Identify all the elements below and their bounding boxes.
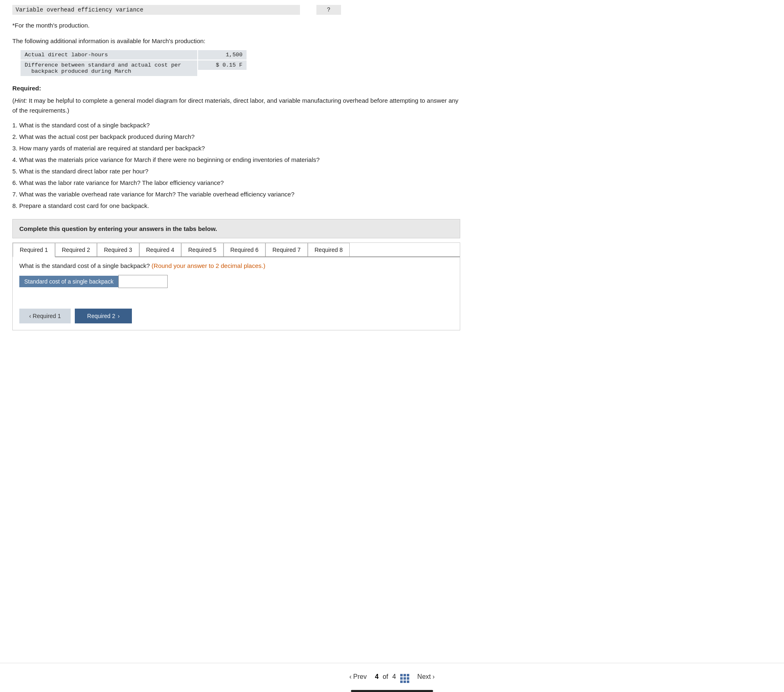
- overhead-row: Variable overhead efficiency variance ?: [12, 5, 460, 15]
- next-required-label: Required 2: [87, 313, 115, 319]
- table-row: Difference between standard and actual c…: [21, 60, 460, 76]
- tab-required-6[interactable]: Required 6: [224, 243, 266, 256]
- total-pages: 4: [392, 673, 396, 680]
- required-hint: (Hint: It may be helpful to complete a g…: [12, 96, 460, 115]
- tab-required-1[interactable]: Required 1: [13, 243, 55, 257]
- nav-buttons: ‹ Required 1 Required 2 ›: [13, 309, 460, 330]
- tab-required-3[interactable]: Required 3: [97, 243, 139, 256]
- question-text: What is the standard cost of a single ba…: [19, 262, 150, 269]
- list-item: 6. What was the labor rate variance for …: [12, 178, 460, 188]
- required-title: Required:: [12, 83, 460, 93]
- list-item: 7. What was the variable overhead rate v…: [12, 189, 460, 199]
- tabs-row: Required 1 Required 2 Required 3 Require…: [13, 243, 460, 257]
- bottom-nav: ‹ Prev 4 of 4 Next ›: [0, 663, 784, 692]
- prev-required-button[interactable]: ‹ Required 1: [19, 309, 71, 323]
- page-separator: of: [383, 673, 388, 680]
- prev-button[interactable]: ‹ Prev: [349, 673, 367, 680]
- bottom-bar: [351, 690, 433, 692]
- tabs-container: Required 1 Required 2 Required 3 Require…: [12, 242, 460, 330]
- tab-required-7[interactable]: Required 7: [265, 243, 308, 256]
- tab-required-2[interactable]: Required 2: [55, 243, 97, 256]
- list-item: 5. What is the standard direct labor rat…: [12, 166, 460, 176]
- list-item: 1. What is the standard cost of a single…: [12, 120, 460, 130]
- list-item: 8. Prepare a standard cost card for one …: [12, 201, 460, 211]
- next-arrow-icon: ›: [118, 313, 120, 319]
- list-item: 2. What was the actual cost per backpack…: [12, 132, 460, 142]
- prev-arrow-icon: ‹: [29, 313, 31, 319]
- table-row: Actual direct labor-hours 1,500: [21, 50, 460, 60]
- overhead-value: ?: [316, 5, 341, 15]
- prev-chevron-icon: ‹: [349, 673, 351, 680]
- next-label: Next: [417, 673, 431, 680]
- footnote: *For the month's production.: [12, 21, 460, 30]
- additional-info-intro: The following additional information is …: [12, 36, 460, 46]
- next-chevron-icon: ›: [432, 673, 434, 680]
- list-item: 3. How many yards of material are requir…: [12, 143, 460, 153]
- prev-required-label: Required 1: [33, 313, 61, 319]
- input-row: Standard cost of a single backpack: [19, 275, 453, 288]
- info-table: Actual direct labor-hours 1,500 Differen…: [21, 50, 460, 76]
- questions-list: 1. What is the standard cost of a single…: [12, 120, 460, 211]
- standard-cost-input[interactable]: [118, 275, 168, 288]
- info-value-1: 1,500: [197, 50, 247, 60]
- question-line: What is the standard cost of a single ba…: [19, 262, 453, 269]
- complete-box: Complete this question by entering your …: [12, 219, 460, 238]
- tab-content: What is the standard cost of a single ba…: [13, 257, 460, 304]
- overhead-label: Variable overhead efficiency variance: [12, 5, 300, 15]
- tab-required-8[interactable]: Required 8: [308, 243, 350, 256]
- page-info: 4 of 4: [375, 671, 409, 683]
- prev-label: Prev: [353, 673, 367, 680]
- info-label-2: Difference between standard and actual c…: [21, 60, 197, 76]
- list-item: 4. What was the materials price variance…: [12, 155, 460, 165]
- input-label: Standard cost of a single backpack: [19, 276, 118, 287]
- info-label-1: Actual direct labor-hours: [21, 50, 197, 60]
- tab-required-5[interactable]: Required 5: [181, 243, 224, 256]
- current-page: 4: [375, 673, 378, 680]
- grid-icon[interactable]: [400, 671, 409, 683]
- complete-box-text: Complete this question by entering your …: [19, 225, 217, 232]
- tab-required-4[interactable]: Required 4: [139, 243, 182, 256]
- next-button[interactable]: Next ›: [417, 673, 435, 680]
- next-required-button[interactable]: Required 2 ›: [75, 309, 132, 323]
- question-hint: (Round your answer to 2 decimal places.): [152, 262, 265, 269]
- info-value-2: $ 0.15 F: [197, 60, 247, 70]
